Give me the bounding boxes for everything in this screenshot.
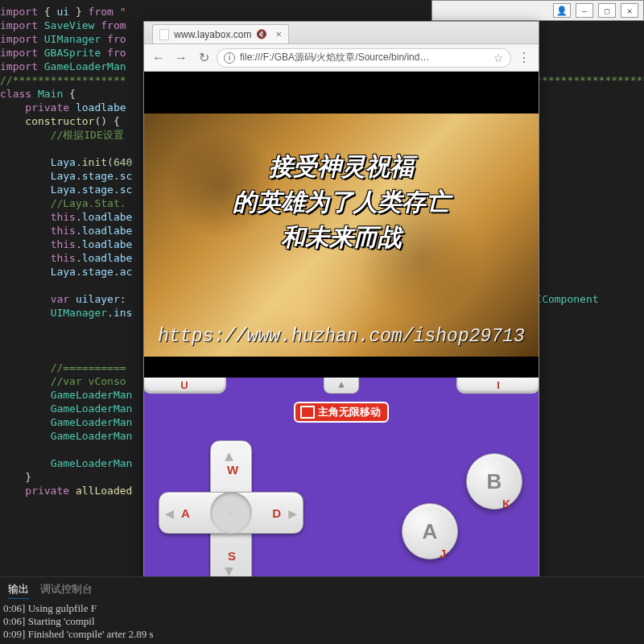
letterbox-top (144, 72, 539, 114)
a-button-key: J (440, 547, 446, 560)
shoulder-l-button[interactable]: U (144, 378, 226, 394)
menu-icon[interactable]: ⋮ (514, 48, 534, 68)
terminal-line: 0:06] Starting 'compil (0, 615, 644, 628)
terminal-panel[interactable]: 输出 调试控制台 0:06] Using gulpfile F 0:06] St… (0, 576, 644, 644)
cheat-badge[interactable]: 主角无限移动 (294, 402, 389, 423)
close-window-button[interactable]: ✕ (621, 3, 638, 18)
story-line-3: 和未来而战 (144, 220, 539, 255)
terminal-tabs: 输出 调试控制台 (0, 580, 644, 602)
dpad-s-label: S (228, 549, 236, 563)
story-line-1: 接受神灵祝福 (144, 149, 539, 184)
dpad-up-arrow-icon: ▲ (225, 447, 233, 464)
story-line-2: 的英雄为了人类存亡 (144, 184, 539, 220)
shoulder-r-button[interactable]: I (456, 378, 539, 394)
dpad-left-arrow-icon: ◀ (165, 505, 174, 522)
letterbox-bottom (144, 357, 539, 378)
url-text: file:///F:/GBA源码/火焰纹章/Source/bin/ind… (240, 51, 429, 64)
game-screen: 接受神灵祝福 的英雄为了人类存亡 和未来而战 https://www.huzha… (144, 114, 539, 357)
watermark-url: https://www.huzhan.com/ishop29713 (144, 326, 539, 347)
game-story-text: 接受神灵祝福 的英雄为了人类存亡 和未来而战 (144, 149, 539, 255)
debug-console-tab[interactable]: 调试控制台 (40, 582, 93, 599)
cheat-label: 主角无限移动 (318, 405, 381, 419)
back-button[interactable]: ← (149, 48, 168, 68)
close-tab-icon[interactable]: × (275, 28, 282, 40)
address-bar: ← → ↻ i file:///F:/GBA源码/火焰纹章/Source/bin… (144, 44, 539, 72)
center-toggle[interactable]: ▲ (324, 378, 359, 394)
a-button-label: A (423, 519, 438, 544)
output-tab[interactable]: 输出 (8, 582, 29, 599)
dpad-right-arrow-icon: ▶ (288, 505, 297, 522)
browser-tab[interactable]: www.layabox.com 🔇 × (152, 24, 289, 43)
dpad-a-label: A (181, 506, 190, 520)
b-button-key: K (502, 497, 510, 510)
window-titlebar: 👤 — ▢ ✕ (431, 0, 644, 21)
dpad-center: ◦ (210, 492, 252, 534)
maximize-button[interactable]: ▢ (598, 3, 616, 18)
reload-button[interactable]: ↻ (194, 48, 213, 68)
tab-title: www.layabox.com (174, 29, 251, 40)
b-button[interactable]: B K (466, 453, 522, 510)
forward-button[interactable]: → (171, 48, 191, 68)
b-button-label: B (487, 469, 502, 494)
minimize-button[interactable]: — (576, 3, 593, 18)
terminal-line: 0:09] Finished 'compile' arter 2.89 s (0, 628, 644, 641)
tab-favicon (159, 29, 169, 40)
mute-icon[interactable]: 🔇 (256, 29, 267, 39)
browser-window: www.layabox.com 🔇 × ← → ↻ i file:///F:/G… (143, 21, 539, 621)
site-info-icon[interactable]: i (224, 52, 235, 64)
browser-content: 接受神灵祝福 的英雄为了人类存亡 和未来而战 https://www.huzha… (144, 72, 539, 620)
bookmark-star-icon[interactable]: ☆ (493, 52, 504, 64)
browser-tabbar: www.layabox.com 🔇 × (144, 22, 539, 44)
a-button[interactable]: A J (402, 503, 458, 559)
dpad-d-label: D (272, 506, 281, 520)
terminal-line: 0:06] Using gulpfile F (0, 602, 644, 615)
dpad-w-label: W (227, 463, 238, 477)
dpad[interactable]: ◦ ▲ ▼ ◀ ▶ W S A D (159, 440, 303, 585)
url-field[interactable]: i file:///F:/GBA源码/火焰纹章/Source/bin/ind… … (217, 48, 511, 68)
user-icon[interactable]: 👤 (553, 3, 571, 18)
